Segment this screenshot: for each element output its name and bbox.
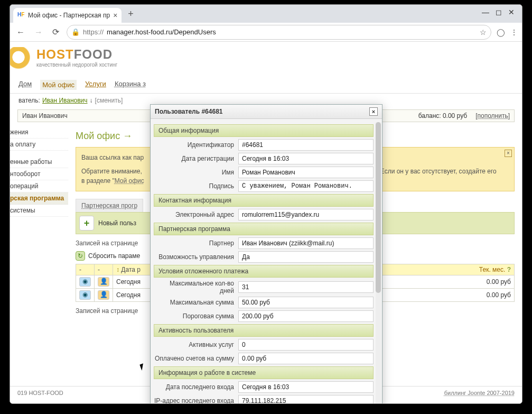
kv-value: Да: [238, 251, 374, 263]
kv-key: Электронный адрес: [154, 211, 238, 218]
dialog-section-head: Информация о работе в системе: [154, 366, 374, 379]
kv-value: 0.00 руб: [238, 353, 374, 364]
kv-row: Дата регистрацииСегодня в 16:03: [154, 153, 374, 164]
menu-icon[interactable]: ⋮: [510, 28, 518, 36]
dropdown-arrow-icon[interactable]: ↓: [90, 97, 93, 104]
tab-strip: HF Мой офис - Партнерская пр × + — ◻ ✕: [10, 5, 522, 23]
dialog-title-text: Пользователь #64681: [155, 108, 222, 115]
kv-key: Партнер: [154, 240, 238, 247]
dialog-close-icon[interactable]: ×: [369, 107, 378, 116]
kv-row: Пороговая сумма200.00 руб: [154, 310, 374, 322]
sub-tab-partner[interactable]: Партнерская прогр: [76, 199, 143, 212]
side-item[interactable]: системы: [10, 205, 68, 217]
kv-value: 50.00 руб: [238, 297, 374, 308]
notice-line3a: в разделе ": [81, 177, 115, 185]
kv-value: 200.00 руб: [238, 310, 374, 322]
kv-row: Оплачено счетов на сумму0.00 руб: [154, 353, 374, 364]
user-prefix: ватель:: [18, 97, 40, 104]
back-icon[interactable]: ←: [14, 27, 27, 37]
user-dialog: Пользователь #64681 × Общая информацияИд…: [150, 104, 382, 403]
tab-close-icon[interactable]: ×: [113, 11, 117, 20]
dialog-titlebar[interactable]: Пользователь #64681 ×: [151, 105, 382, 119]
url-rest: manager.host-food.ru/DependUsers: [107, 28, 216, 36]
favicon: HF: [17, 12, 25, 19]
address-bar: ← → ⟳ 🔒 https://manager.host-food.ru/Dep…: [10, 23, 522, 42]
nav-cart[interactable]: Корзина з: [115, 80, 146, 90]
change-user-link[interactable]: [сменить]: [95, 97, 123, 104]
logo-row: HOSTFOOD качественный недорогой хостинг: [10, 42, 522, 72]
reset-icon[interactable]: ↻: [76, 251, 85, 261]
brand-part1: HOST: [36, 47, 74, 61]
kv-key: Возможность управления: [154, 253, 238, 261]
dialog-section-head: Контактная информация: [154, 194, 374, 207]
side-nav: жения а оплату енные работы нтооборот оп…: [10, 124, 68, 320]
new-tab-icon[interactable]: +: [128, 8, 134, 20]
profile-icon[interactable]: ◯: [497, 28, 505, 36]
notice-close-icon[interactable]: ×: [505, 150, 512, 157]
kv-value: С уважением, Роман Романович.: [238, 180, 374, 192]
add-user-button[interactable]: +: [79, 216, 94, 231]
kv-row: ИмяРоман Романович: [154, 167, 374, 178]
scrollbar-thumb[interactable]: [376, 122, 381, 293]
kv-row: Активных услуг0: [154, 339, 374, 351]
topup-link[interactable]: [пополнить]: [475, 112, 510, 119]
notice-link[interactable]: Мой офис: [115, 177, 144, 185]
dialog-section-head: Условия отложенного платежа: [154, 265, 374, 278]
col-icon2: -: [95, 264, 113, 275]
browser-tab[interactable]: HF Мой офис - Партнерская пр ×: [13, 8, 122, 23]
kv-key: Максимальное кол-во дней: [154, 280, 238, 295]
close-window-icon[interactable]: ✕: [508, 8, 515, 16]
minimize-icon[interactable]: —: [482, 8, 489, 16]
side-item[interactable]: операций: [10, 180, 68, 192]
bookmark-star-icon[interactable]: ☆: [480, 28, 487, 36]
reload-icon[interactable]: ⟳: [50, 27, 61, 37]
kv-value: Роман Романович: [238, 167, 374, 178]
maximize-icon[interactable]: ◻: [496, 8, 502, 16]
side-item[interactable]: а оплату: [10, 139, 68, 151]
page: HOSTFOOD качественный недорогой хостинг …: [10, 42, 522, 403]
footer-right-link[interactable]: биллинг Joonte 2007-2019: [444, 390, 515, 396]
nav-office[interactable]: Мой офис: [40, 80, 77, 90]
user-icon[interactable]: 👤: [98, 277, 109, 287]
secondary-user-name: Иван Иванович: [22, 112, 68, 119]
kv-value: Сегодня в 16:03: [238, 381, 374, 393]
nav-services[interactable]: Услуги: [85, 80, 106, 90]
notice-line2b: а". Если он у вас отсутствует, создайте …: [371, 168, 497, 175]
kv-value: romulorrem115@yandex.ru: [238, 209, 374, 220]
footer-left: 019 HOST-FOOD: [17, 390, 63, 396]
balance-label: баланс: 0.00 руб: [418, 112, 467, 119]
url-scheme: https://: [83, 28, 104, 36]
col-icon1: -: [76, 264, 95, 275]
kv-key: Максимальная сумма: [154, 299, 238, 306]
dialog-section-head: Общая информация: [154, 124, 374, 137]
top-menu: Дом Мой офис Услуги Корзина з: [10, 72, 522, 94]
tab-title: Мой офис - Партнерская пр: [28, 12, 110, 19]
kv-key: Активных услуг: [154, 341, 238, 348]
kv-value: 31: [238, 281, 374, 293]
url-box[interactable]: 🔒 https://manager.host-food.ru/DependUse…: [67, 25, 491, 40]
notice-line1: Ваша ссылка как пар: [81, 154, 144, 161]
kv-key: Имя: [154, 169, 238, 176]
kv-row: Максимальная сумма50.00 руб: [154, 297, 374, 308]
kv-row: Идентификатор#64681: [154, 139, 374, 151]
side-item[interactable]: жения: [10, 126, 68, 139]
forward-icon[interactable]: →: [32, 27, 45, 37]
nav-home[interactable]: Дом: [18, 80, 32, 90]
kv-key: Подпись: [154, 182, 238, 190]
kv-value: 0: [238, 339, 374, 351]
tagline: качественный недорогой хостинг: [36, 62, 117, 68]
kv-key: Оплачено счетов на сумму: [154, 355, 238, 362]
kv-row: Возможность управленияДа: [154, 251, 374, 263]
dialog-scrollbar[interactable]: [376, 122, 381, 403]
user-icon[interactable]: 👤: [98, 290, 109, 300]
kv-row: IP-адрес последнего входа79.111.182.215: [154, 395, 374, 403]
side-item[interactable]: нтооборот: [10, 168, 68, 180]
side-item[interactable]: енные работы: [10, 156, 68, 168]
kv-value: Сегодня в 16:03: [238, 153, 374, 164]
window-controls: — ◻ ✕: [482, 5, 519, 16]
side-item-current[interactable]: рская программа: [10, 192, 68, 205]
info-icon[interactable]: ◉: [79, 277, 91, 287]
info-icon[interactable]: ◉: [79, 290, 91, 300]
kv-row: Максимальное кол-во дней31: [154, 280, 374, 295]
user-name-link[interactable]: Иван Иванович: [42, 97, 88, 104]
